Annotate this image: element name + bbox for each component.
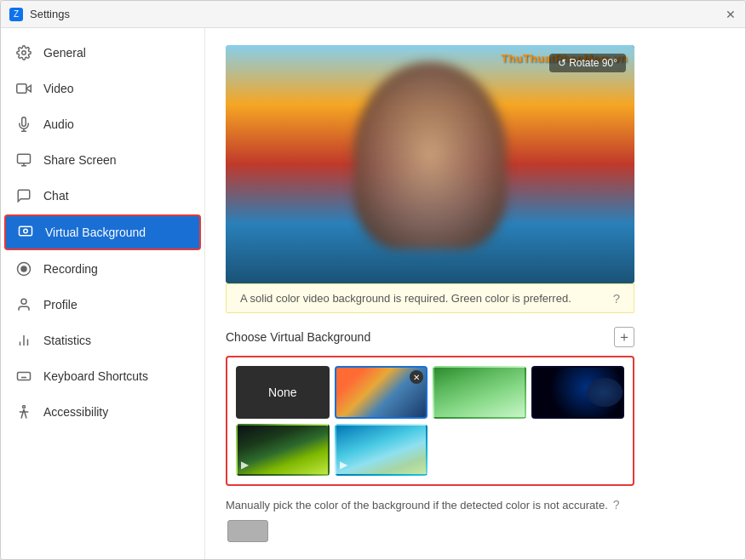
sidebar-item-recording[interactable]: Recording [1, 251, 204, 287]
rotate-button[interactable]: ↺ Rotate 90° [549, 54, 626, 72]
sidebar-label-audio: Audio [43, 117, 74, 131]
statistics-icon [14, 331, 33, 350]
svg-point-0 [22, 51, 26, 55]
sidebar-item-video[interactable]: Video [1, 71, 204, 106]
svg-point-10 [21, 299, 26, 304]
sidebar-item-audio[interactable]: Audio [1, 106, 204, 142]
settings-window: Z Settings ✕ General Video [0, 0, 746, 560]
svg-rect-2 [17, 84, 26, 94]
titlebar: Z Settings ✕ [1, 1, 745, 28]
svg-rect-6 [20, 226, 32, 236]
profile-icon [14, 295, 33, 314]
beach-video-icon: ▶ [340, 459, 347, 471]
manual-pick-text: Manually pick the color of the backgroun… [226, 499, 608, 511]
sidebar-label-statistics: Statistics [43, 334, 91, 347]
sidebar-item-general[interactable]: General [1, 35, 204, 71]
svg-rect-14 [18, 373, 31, 380]
sidebar-label-keyboard-shortcuts: Keyboard Shortcuts [43, 369, 148, 383]
sidebar-item-keyboard-shortcuts[interactable]: Keyboard Shortcuts [1, 358, 204, 394]
close-button[interactable]: ✕ [725, 9, 737, 20]
svg-point-20 [23, 406, 26, 409]
sidebar: General Video Audio Share Screen [1, 28, 205, 559]
chat-icon [14, 186, 33, 205]
sidebar-label-video: Video [43, 82, 74, 95]
general-icon [14, 43, 33, 62]
preview-area: ThuThuatPhanMem.vn ↺ Rotate 90° [226, 45, 634, 283]
sidebar-label-accessibility: Accessibility [43, 405, 108, 419]
main-content: ThuThuatPhanMem.vn ↺ Rotate 90° A solid … [205, 28, 745, 559]
virtual-background-icon [16, 223, 35, 242]
bg-item-green-field[interactable] [433, 366, 526, 419]
sidebar-item-share-screen[interactable]: Share Screen [1, 142, 204, 178]
accessibility-icon [14, 403, 33, 421]
preview-wrapper: ThuThuatPhanMem.vn ↺ Rotate 90° A solid … [226, 45, 634, 313]
bg-item-aurora[interactable]: ▶ [236, 424, 330, 477]
none-label: None [268, 386, 296, 399]
sidebar-item-accessibility[interactable]: Accessibility [1, 394, 204, 430]
sidebar-item-statistics[interactable]: Statistics [1, 323, 204, 358]
svg-marker-1 [26, 85, 31, 92]
main-inner: ThuThuatPhanMem.vn ↺ Rotate 90° A solid … [205, 28, 745, 559]
keyboard-shortcuts-icon [14, 367, 33, 386]
titlebar-left: Z Settings [9, 8, 70, 21]
bg-item-none[interactable]: None [236, 366, 330, 419]
deselect-icon[interactable]: ✕ [410, 370, 423, 384]
app-icon: Z [9, 8, 23, 21]
recording-icon [14, 260, 33, 278]
sidebar-item-virtual-background[interactable]: Virtual Background [4, 214, 201, 250]
sidebar-item-chat[interactable]: Chat [1, 178, 204, 214]
svg-point-7 [24, 229, 28, 233]
svg-rect-5 [18, 154, 31, 163]
notice-text: A solid color video background is requir… [240, 292, 571, 305]
background-grid: None ✕ ▶ [226, 356, 634, 486]
section-header: Choose Virtual Background ＋ [226, 327, 634, 347]
manual-pick-help-icon[interactable]: ? [613, 498, 620, 511]
sidebar-label-chat: Chat [43, 189, 69, 203]
video-icon [14, 79, 33, 98]
sidebar-label-recording: Recording [43, 262, 98, 276]
sidebar-label-general: General [43, 46, 86, 60]
notice-bar: A solid color video background is requir… [226, 283, 634, 313]
sidebar-label-virtual-background: Virtual Background [45, 226, 146, 239]
manual-pick-row: Manually pick the color of the backgroun… [226, 498, 634, 511]
add-background-button[interactable]: ＋ [614, 327, 634, 347]
color-swatch-wrapper [226, 511, 634, 551]
audio-icon [14, 115, 33, 134]
notice-help-icon[interactable]: ? [613, 291, 620, 306]
sidebar-label-profile: Profile [43, 298, 77, 311]
window-title: Settings [30, 8, 70, 20]
bg-item-beach[interactable]: ▶ [335, 424, 428, 477]
aurora-video-icon: ▶ [241, 459, 249, 471]
content-area: General Video Audio Share Screen [1, 28, 745, 559]
share-screen-icon [14, 151, 33, 169]
sidebar-item-profile[interactable]: Profile [1, 287, 204, 323]
sidebar-label-share-screen: Share Screen [43, 153, 117, 167]
svg-point-9 [21, 266, 26, 271]
section-title: Choose Virtual Background [226, 330, 370, 344]
bg-item-golden-gate[interactable]: ✕ [335, 366, 428, 419]
bg-item-space[interactable] [531, 366, 625, 419]
color-swatch[interactable] [227, 520, 268, 542]
